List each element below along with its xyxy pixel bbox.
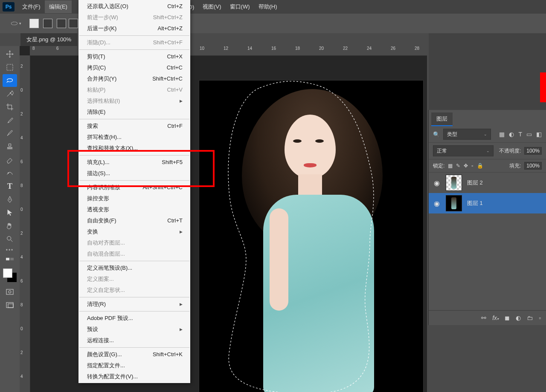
menu-item[interactable]: 查找和替换文本(X)... (78, 143, 190, 154)
pen-tool[interactable] (3, 193, 17, 206)
visibility-toggle[interactable]: ◉ (433, 199, 441, 208)
menu-item[interactable]: 合并拷贝(Y)Shift+Ctrl+C (78, 73, 190, 84)
menu-item[interactable]: 操控变形 (78, 193, 190, 204)
move-tool[interactable] (3, 48, 17, 61)
lock-transparent-icon[interactable]: ▦ (448, 163, 453, 169)
svg-rect-8 (8, 304, 13, 308)
hand-tool[interactable] (3, 219, 17, 232)
layer-thumbnail[interactable] (446, 195, 462, 211)
lock-artboard-icon[interactable]: ▫ (471, 163, 473, 169)
menu-item[interactable]: 颜色设置(G)...Shift+Ctrl+K (78, 349, 190, 360)
svg-rect-4 (10, 258, 14, 260)
toolbox-more[interactable]: ••• (6, 247, 14, 253)
menu-item[interactable]: 转换为配置文件(V)... (78, 371, 190, 382)
selection-mode-new[interactable] (29, 19, 39, 28)
link-layers-icon[interactable]: ⚯ (481, 314, 486, 321)
lock-label: 锁定: (433, 162, 444, 170)
layer-row[interactable]: ◉ 图层 2 (429, 173, 546, 193)
crop-tool[interactable] (3, 101, 17, 113)
foreground-color[interactable] (3, 268, 12, 278)
layer-group-icon[interactable]: 🗀 (527, 314, 533, 321)
layer-filter-select[interactable]: 类型⌄ (443, 129, 491, 140)
document-tab[interactable]: 女星.png @ 100% (20, 33, 77, 46)
opacity-value[interactable]: 100% (524, 147, 542, 155)
menu-item: 定义图案... (78, 274, 190, 285)
menu-edit[interactable]: 编辑(E) (45, 0, 72, 13)
svg-point-6 (9, 291, 11, 293)
vertical-ruler: 20246802468024 (20, 55, 30, 392)
layer-mask-icon[interactable]: ◼ (505, 314, 510, 321)
filter-type-icon[interactable]: T (518, 131, 522, 138)
menu-file[interactable]: 文件(F) (18, 0, 45, 13)
eraser-tool[interactable] (3, 153, 17, 166)
type-tool[interactable]: T (3, 180, 17, 193)
menu-item[interactable]: 透视变形 (78, 204, 190, 215)
zoom-tool[interactable] (3, 233, 17, 245)
layers-panel: 图层 🔍 类型⌄ ▦ ◐ T ▭ ◧ 正常⌄ 不透明度: 100% 锁定: ▦ … (428, 110, 546, 325)
menu-item: 选择性粘贴(I) (78, 95, 190, 107)
color-swatches[interactable] (3, 268, 17, 282)
visibility-toggle[interactable]: ◉ (433, 179, 441, 187)
menu-item[interactable]: 定义画笔预设(B)... (78, 262, 190, 274)
layer-fx-icon[interactable]: fx▾ (492, 314, 499, 321)
svg-point-1 (8, 173, 9, 174)
brush-tool[interactable] (3, 127, 17, 140)
menu-item[interactable]: 搜索Ctrl+F (78, 121, 190, 132)
menu-view[interactable]: 视图(V) (198, 0, 225, 13)
menu-item[interactable]: 拼写检查(H)... (78, 132, 190, 143)
current-tool-icon[interactable]: ▾ (10, 18, 21, 29)
menu-item[interactable]: 清除(E) (78, 107, 190, 118)
edit-menu-dropdown: 还原载入选区(O)Ctrl+Z前进一步(W)Shift+Ctrl+Z后退一步(K… (78, 0, 190, 383)
menu-window[interactable]: 窗口(W) (226, 0, 254, 13)
menu-item[interactable]: 还原载入选区(O)Ctrl+Z (78, 1, 190, 12)
menu-item[interactable]: 指定配置文件... (78, 360, 190, 371)
filter-adjust-icon[interactable]: ◐ (509, 131, 514, 138)
filter-shape-icon[interactable]: ▭ (526, 131, 532, 138)
stamp-tool[interactable] (3, 140, 17, 153)
blend-mode-select[interactable]: 正常⌄ (433, 145, 494, 156)
menu-item[interactable]: Adobe PDF 预设... (78, 313, 190, 324)
lock-all-icon[interactable]: 🔒 (477, 163, 483, 169)
fill-value[interactable]: 100% (524, 162, 542, 170)
menu-item[interactable]: 内容识别缩放Alt+Shift+Ctrl+C (78, 182, 190, 193)
edit-toolbar[interactable] (3, 254, 17, 267)
lock-paint-icon[interactable]: ✎ (456, 163, 460, 169)
menu-item: 自动对齐图层... (78, 237, 190, 248)
menu-item[interactable]: 拷贝(C)Ctrl+C (78, 62, 190, 73)
canvas-image[interactable] (199, 80, 424, 392)
marquee-tool[interactable] (3, 61, 17, 74)
lock-position-icon[interactable]: ✥ (464, 163, 468, 169)
gradient-tool[interactable] (3, 167, 17, 179)
selection-mode-intersect[interactable] (69, 19, 78, 28)
menu-item: 前进一步(W)Shift+Ctrl+Z (78, 12, 190, 23)
fill-label: 填充: (509, 162, 521, 170)
eyedropper-tool[interactable] (3, 114, 17, 127)
adjustment-layer-icon[interactable]: ◐ (516, 314, 521, 321)
selection-mode-subtract[interactable] (57, 19, 66, 28)
menu-item[interactable]: 远程连接... (78, 335, 190, 346)
layers-panel-tab[interactable]: 图层 (431, 112, 453, 126)
menu-help[interactable]: 帮助(H) (254, 0, 282, 13)
menu-item[interactable]: 变换 (78, 226, 190, 237)
layer-name[interactable]: 图层 2 (467, 179, 483, 187)
path-select-tool[interactable] (3, 206, 17, 219)
lasso-tool[interactable] (3, 74, 17, 87)
menu-item[interactable]: 剪切(T)Ctrl+X (78, 51, 190, 62)
screenmode-toggle[interactable] (3, 299, 17, 311)
menu-item[interactable]: 描边(S)... (78, 168, 190, 179)
menu-item[interactable]: 填充(L)...Shift+F5 (78, 157, 190, 168)
quickmask-toggle[interactable] (3, 285, 17, 298)
layer-row[interactable]: ◉ 图层 1 (429, 193, 546, 213)
layer-name[interactable]: 图层 1 (467, 199, 483, 207)
menu-item[interactable]: 后退一步(K)Alt+Ctrl+Z (78, 23, 190, 34)
opacity-label: 不透明度: (499, 147, 521, 155)
menu-item[interactable]: 自由变换(F)Ctrl+T (78, 215, 190, 226)
filter-smart-icon[interactable]: ◧ (536, 131, 542, 138)
menu-item[interactable]: 清理(R) (78, 299, 190, 310)
wand-tool[interactable] (3, 87, 17, 100)
menu-item[interactable]: 预设 (78, 324, 190, 335)
filter-pixel-icon[interactable]: ▦ (499, 131, 505, 138)
new-layer-icon[interactable]: ▫ (539, 314, 541, 321)
selection-mode-add[interactable] (43, 19, 52, 28)
layer-thumbnail[interactable] (446, 175, 462, 191)
